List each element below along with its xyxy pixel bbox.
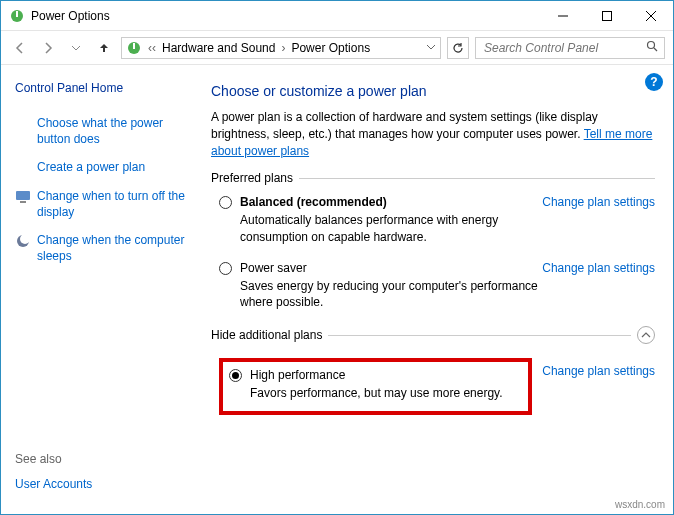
plan-balanced-radio[interactable] bbox=[219, 196, 232, 209]
power-options-icon bbox=[9, 8, 25, 24]
up-button[interactable] bbox=[93, 37, 115, 59]
close-button[interactable] bbox=[629, 1, 673, 31]
chevron-left-icon: ‹‹ bbox=[148, 41, 156, 55]
power-options-icon bbox=[126, 40, 142, 56]
plan-high-title[interactable]: High performance bbox=[250, 368, 522, 382]
search-icon[interactable] bbox=[646, 40, 658, 55]
sidebar-link-user-accounts[interactable]: User Accounts bbox=[15, 476, 197, 492]
svg-rect-10 bbox=[16, 191, 30, 200]
help-button[interactable]: ? bbox=[645, 73, 663, 91]
control-panel-home-link[interactable]: Control Panel Home bbox=[15, 81, 197, 95]
svg-rect-3 bbox=[603, 11, 612, 20]
highlight-box: High performance Favors performance, but… bbox=[219, 358, 532, 415]
plan-balanced-desc: Automatically balances performance with … bbox=[240, 212, 542, 244]
plan-high-change-link[interactable]: Change plan settings bbox=[542, 364, 655, 378]
plan-balanced-title[interactable]: Balanced (recommended) bbox=[240, 195, 542, 209]
search-input[interactable] bbox=[482, 40, 646, 56]
forward-button[interactable] bbox=[37, 37, 59, 59]
minimize-button[interactable] bbox=[541, 1, 585, 31]
chevron-right-icon: › bbox=[281, 41, 285, 55]
breadcrumb-power-options[interactable]: Power Options bbox=[291, 41, 370, 55]
hide-additional-plans-label[interactable]: Hide additional plans bbox=[211, 326, 655, 344]
sidebar-link-computer-sleeps[interactable]: Change when the computer sleeps bbox=[15, 232, 197, 264]
plan-saver-title[interactable]: Power saver bbox=[240, 261, 542, 275]
page-description: A power plan is a collection of hardware… bbox=[211, 109, 655, 159]
address-bar[interactable]: ‹‹ Hardware and Sound › Power Options bbox=[121, 37, 441, 59]
sidebar: Control Panel Home Choose what the power… bbox=[1, 65, 211, 514]
page-title: Choose or customize a power plan bbox=[211, 83, 655, 99]
search-box[interactable] bbox=[475, 37, 665, 59]
plan-high: High performance Favors performance, but… bbox=[211, 348, 655, 425]
plan-saver-change-link[interactable]: Change plan settings bbox=[542, 261, 655, 310]
monitor-icon bbox=[15, 189, 31, 205]
maximize-button[interactable] bbox=[585, 1, 629, 31]
svg-point-8 bbox=[648, 42, 655, 49]
collapse-icon[interactable] bbox=[637, 326, 655, 344]
plan-saver-desc: Saves energy by reducing your computer's… bbox=[240, 278, 542, 310]
content-pane: Choose or customize a power plan A power… bbox=[211, 65, 673, 514]
plan-balanced-change-link[interactable]: Change plan settings bbox=[542, 195, 655, 244]
moon-icon bbox=[15, 233, 31, 249]
refresh-button[interactable] bbox=[447, 37, 469, 59]
plan-saver-radio[interactable] bbox=[219, 262, 232, 275]
recent-dropdown[interactable] bbox=[65, 37, 87, 59]
svg-line-9 bbox=[654, 48, 657, 51]
svg-rect-1 bbox=[16, 11, 18, 17]
navbar: ‹‹ Hardware and Sound › Power Options bbox=[1, 31, 673, 65]
plan-balanced: Balanced (recommended) Automatically bal… bbox=[211, 189, 655, 254]
svg-rect-7 bbox=[133, 43, 135, 49]
see-also-label: See also bbox=[15, 452, 197, 466]
svg-rect-11 bbox=[20, 201, 26, 203]
watermark: wsxdn.com bbox=[615, 499, 665, 510]
breadcrumb-hardware[interactable]: Hardware and Sound bbox=[162, 41, 275, 55]
plan-saver: Power saver Saves energy by reducing you… bbox=[211, 255, 655, 320]
address-dropdown-icon[interactable] bbox=[426, 41, 436, 55]
svg-point-13 bbox=[20, 234, 30, 244]
titlebar: Power Options bbox=[1, 1, 673, 31]
plan-high-radio[interactable] bbox=[229, 369, 242, 382]
sidebar-link-power-button[interactable]: Choose what the power button does bbox=[15, 115, 197, 147]
sidebar-link-create-plan[interactable]: Create a power plan bbox=[15, 159, 197, 175]
preferred-plans-label: Preferred plans bbox=[211, 171, 655, 185]
sidebar-link-turn-off-display[interactable]: Change when to turn off the display bbox=[15, 188, 197, 220]
plan-high-desc: Favors performance, but may use more ene… bbox=[250, 385, 522, 401]
back-button[interactable] bbox=[9, 37, 31, 59]
window-title: Power Options bbox=[31, 9, 110, 23]
